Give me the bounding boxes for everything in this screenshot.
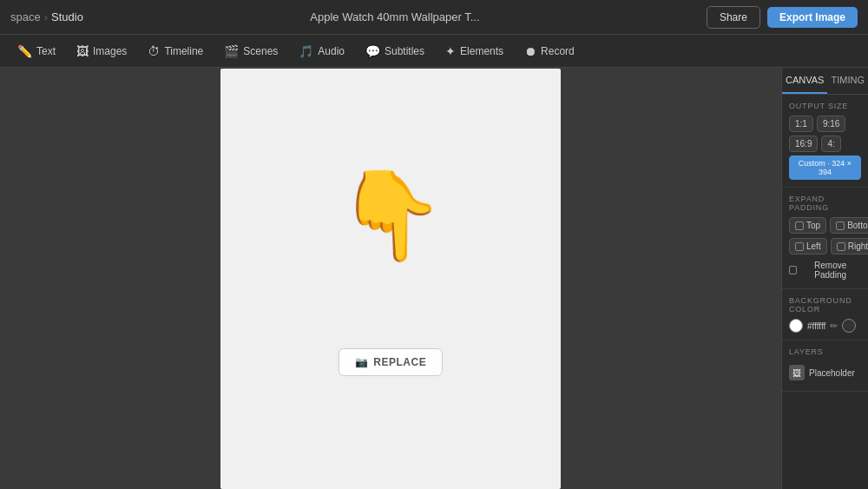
main: 👇 📷 REPLACE CANVAS TIMING OUTPUT SIZE 1:… [0, 68, 868, 489]
layer-thumbnail-icon: 🖼 [789, 365, 805, 380]
record-icon: ⏺ [524, 44, 536, 58]
text-icon: ✏️ [17, 44, 32, 58]
tool-elements-label: Elements [460, 45, 503, 57]
tool-scenes[interactable]: 🎬 Scenes [215, 41, 286, 62]
expand-row: Top Bottom Left Right [789, 217, 861, 281]
replace-label: REPLACE [373, 356, 426, 368]
tab-canvas[interactable]: CANVAS [782, 68, 827, 94]
expand-right-button[interactable]: Right [831, 238, 868, 254]
toolbar: ✏️ Text 🖼 Images ⏱ Timeline 🎬 Scenes 🎵 A… [0, 35, 868, 68]
expand-left-right: Left Right [789, 238, 861, 254]
top-bar-actions: Share Export Image [707, 6, 858, 29]
output-size-section: OUTPUT SIZE 1:1 9:16 16:9 4: Custom · 32… [782, 95, 868, 188]
elements-icon: ✦ [445, 44, 456, 58]
camera-icon: 📷 [355, 356, 369, 368]
custom-size-button[interactable]: Custom · 324 × 394 [789, 155, 861, 180]
export-button[interactable]: Export Image [767, 7, 858, 28]
breadcrumb: space › Studio [10, 10, 83, 23]
top-checkbox [795, 221, 804, 230]
output-size-title: OUTPUT SIZE [789, 102, 861, 110]
expand-top-label: Top [806, 221, 820, 230]
top-bar: space › Studio Apple Watch 40mm Wallpape… [0, 0, 868, 35]
bg-dark-circle[interactable] [842, 319, 856, 333]
tool-scenes-label: Scenes [243, 45, 278, 57]
left-checkbox [795, 242, 804, 251]
panel-tabs: CANVAS TIMING [782, 68, 868, 95]
canvas-wrapper: 👇 📷 REPLACE [220, 69, 561, 489]
right-checkbox [837, 242, 845, 251]
tool-subtitles[interactable]: 💬 Subtitles [357, 41, 433, 62]
tool-record[interactable]: ⏺ Record [516, 41, 583, 62]
images-icon: 🖼 [76, 44, 89, 58]
page-title: Apple Watch 40mm Wallpaper T... [83, 10, 707, 23]
timeline-icon: ⏱ [148, 44, 160, 58]
remove-padding-button[interactable]: Remove Padding [789, 259, 861, 281]
layers-title: LAYERS [789, 347, 861, 356]
tool-timeline-label: Timeline [164, 45, 203, 57]
layer-item[interactable]: 🖼 Placeholder [789, 361, 861, 384]
replace-button[interactable]: 📷 REPLACE [339, 348, 443, 376]
tool-audio[interactable]: 🎵 Audio [290, 41, 353, 62]
bg-color-section: BACKGROUND COLOR #ffffff ✏ [782, 289, 868, 340]
size-9-16-button[interactable]: 9:16 [817, 116, 845, 132]
canvas-emoji: 👇 [337, 164, 445, 267]
tool-record-label: Record [541, 45, 575, 57]
expand-top-button[interactable]: Top [789, 217, 826, 234]
tool-images[interactable]: 🖼 Images [68, 41, 135, 62]
expand-left-button[interactable]: Left [789, 238, 827, 254]
expand-bottom-button[interactable]: Bottom [830, 217, 868, 234]
breadcrumb-workspace[interactable]: space [10, 10, 41, 23]
expand-top-bottom: Top Bottom [789, 217, 861, 234]
output-size-row: 1:1 9:16 16:9 4: Custom · 324 × 394 [789, 116, 861, 180]
bottom-checkbox [836, 221, 845, 230]
layers-section: LAYERS 🖼 Placeholder [782, 340, 868, 392]
tool-text[interactable]: ✏️ Text [9, 41, 64, 62]
bg-color-hex: #ffffff [807, 321, 825, 331]
layer-label: Placeholder [809, 368, 855, 378]
expand-padding-section: EXPAND PADDING Top Bottom Left [782, 188, 868, 289]
canvas-area[interactable]: 👇 📷 REPLACE [0, 68, 781, 489]
expand-bottom-label: Bottom [847, 221, 868, 230]
subtitles-icon: 💬 [365, 44, 380, 58]
right-panel: CANVAS TIMING OUTPUT SIZE 1:1 9:16 16:9 … [781, 68, 868, 489]
bg-color-row: #ffffff ✏ [789, 319, 861, 333]
tab-timing[interactable]: TIMING [827, 68, 868, 94]
size-16-9-button[interactable]: 16:9 [789, 135, 818, 152]
size-1-1-button[interactable]: 1:1 [789, 116, 813, 132]
tool-audio-label: Audio [318, 45, 345, 57]
tool-text-label: Text [36, 45, 56, 57]
share-button[interactable]: Share [707, 6, 760, 29]
scenes-icon: 🎬 [224, 44, 239, 58]
size-4-button[interactable]: 4: [821, 135, 840, 152]
breadcrumb-separator: › [44, 10, 48, 23]
bg-color-title: BACKGROUND COLOR [789, 296, 861, 314]
bg-color-circle[interactable] [789, 319, 803, 333]
expand-right-label: Right [848, 241, 868, 251]
breadcrumb-studio[interactable]: Studio [51, 10, 83, 23]
expand-left-label: Left [806, 241, 821, 251]
audio-icon: 🎵 [299, 44, 313, 58]
remove-padding-checkbox [789, 266, 797, 274]
expand-padding-title: EXPAND PADDING [789, 195, 861, 212]
tool-timeline[interactable]: ⏱ Timeline [139, 41, 212, 62]
remove-padding-label: Remove Padding [799, 261, 861, 280]
edit-color-icon[interactable]: ✏ [830, 320, 838, 332]
tool-images-label: Images [93, 45, 127, 57]
tool-elements[interactable]: ✦ Elements [437, 41, 512, 62]
tool-subtitles-label: Subtitles [385, 45, 424, 57]
